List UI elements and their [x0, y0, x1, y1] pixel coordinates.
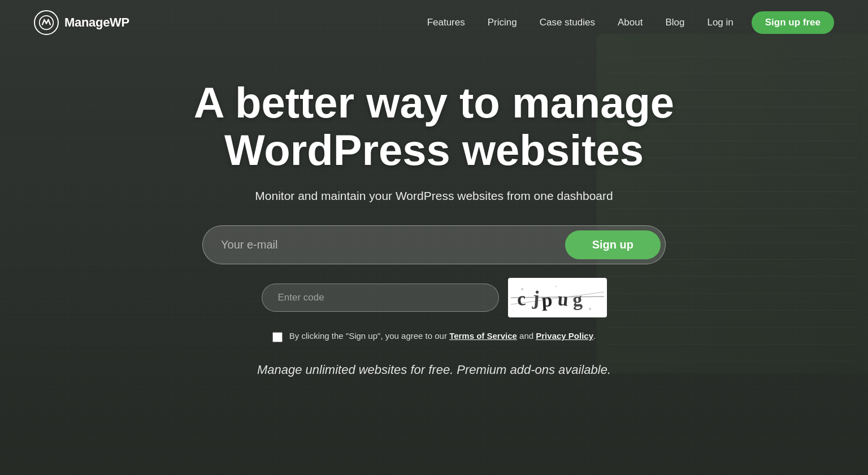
captcha-row: c j p u g — [202, 278, 666, 317]
signup-button[interactable]: Sign up — [565, 230, 661, 259]
terms-of-service-link[interactable]: Terms of Service — [449, 331, 517, 341]
logo-text: ManageWP — [64, 15, 129, 30]
nav-case-studies[interactable]: Case studies — [531, 12, 604, 33]
logo-icon — [34, 10, 59, 35]
navbar: ManageWP Features Pricing Case studies A… — [0, 0, 868, 45]
svg-text:p: p — [541, 289, 553, 311]
svg-point-11 — [589, 308, 591, 310]
svg-text:u: u — [557, 288, 569, 310]
privacy-policy-link[interactable]: Privacy Policy — [536, 331, 593, 341]
hero-content: A better way to manage WordPress website… — [0, 45, 868, 377]
svg-point-10 — [555, 286, 557, 287]
terms-text: By clicking the "Sign up", you agree to … — [289, 331, 596, 341]
nav-signup-button[interactable]: Sign up free — [752, 11, 834, 34]
terms-and: and — [517, 331, 536, 341]
svg-point-9 — [521, 288, 523, 290]
svg-text:g: g — [571, 289, 583, 310]
logo[interactable]: ManageWP — [34, 10, 129, 35]
terms-text-before: By clicking the "Sign up", you agree to … — [289, 331, 449, 341]
logo-svg — [38, 15, 54, 30]
hero-subtitle: Monitor and maintain your WordPress webs… — [255, 189, 613, 203]
terms-end: . — [593, 331, 596, 341]
nav-pricing[interactable]: Pricing — [479, 12, 526, 33]
nav-links: Features Pricing Case studies About Blog… — [418, 11, 834, 34]
captcha-image: c j p u g — [508, 278, 607, 317]
hero-title: A better way to manage WordPress website… — [113, 79, 755, 173]
nav-about[interactable]: About — [609, 12, 652, 33]
email-input[interactable] — [221, 233, 565, 257]
captcha-input[interactable] — [262, 284, 499, 312]
captcha-svg: c j p u g — [511, 281, 604, 315]
email-signup-form: Sign up — [202, 225, 666, 264]
promo-text: Manage unlimited websites for free. Prem… — [257, 363, 611, 377]
nav-login[interactable]: Log in — [698, 12, 742, 33]
captcha-input-wrapper — [262, 284, 499, 312]
svg-text:c: c — [516, 288, 526, 310]
nav-features[interactable]: Features — [418, 12, 474, 33]
terms-checkbox[interactable] — [272, 332, 283, 342]
terms-row: By clicking the "Sign up", you agree to … — [202, 331, 666, 342]
nav-blog[interactable]: Blog — [656, 12, 693, 33]
